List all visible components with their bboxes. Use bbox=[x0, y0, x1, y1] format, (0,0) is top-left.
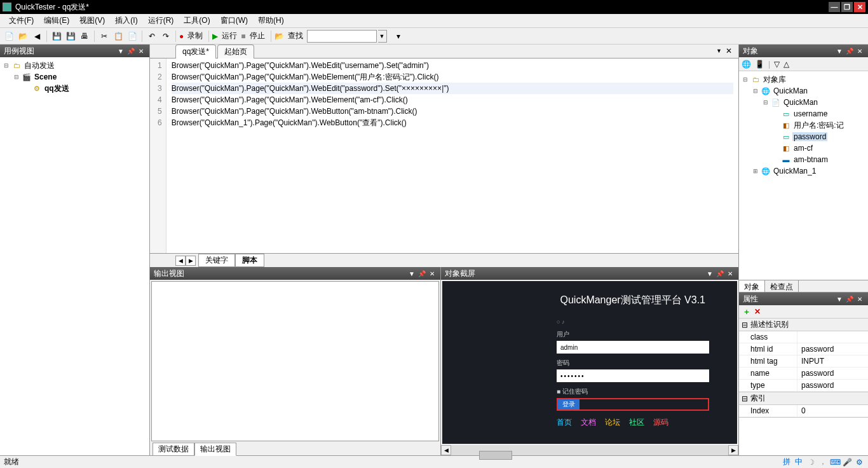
ime-lang-icon[interactable]: 中 bbox=[794, 457, 804, 467]
panel-dropdown-button[interactable]: ▼ bbox=[835, 46, 844, 55]
redo-button[interactable]: ↷ bbox=[159, 30, 172, 43]
sc-link-e[interactable]: 源码 bbox=[653, 417, 668, 428]
panel-close-button[interactable]: ✕ bbox=[137, 46, 146, 55]
sc-user-input[interactable] bbox=[557, 341, 709, 354]
obj-root[interactable]: ⊟🗀 对象库 bbox=[742, 74, 865, 85]
keyboard-icon[interactable]: ⌨ bbox=[830, 457, 840, 467]
panel-close-button[interactable]: ✕ bbox=[726, 269, 735, 278]
properties-grid[interactable]: ⊟描述性识别 class html idpassword html tagINP… bbox=[739, 318, 868, 417]
scroll-left-button[interactable]: ◀ bbox=[441, 445, 451, 455]
panel-close-button[interactable]: ✕ bbox=[428, 269, 437, 278]
prop-value[interactable]: password bbox=[797, 368, 868, 379]
menu-view[interactable]: 视图(V) bbox=[74, 14, 110, 27]
panel-pin-button[interactable]: 📌 bbox=[417, 269, 426, 278]
panel-dropdown-button[interactable]: ▼ bbox=[407, 269, 416, 278]
obj-password[interactable]: ▭ password bbox=[742, 131, 865, 142]
mic-icon[interactable]: 🎤 bbox=[842, 457, 852, 467]
panel-pin-button[interactable]: 📌 bbox=[845, 46, 854, 55]
save-all-button[interactable]: 💾 bbox=[64, 30, 77, 43]
menu-help[interactable]: 帮助(H) bbox=[253, 14, 289, 27]
obj-quickman[interactable]: ⊟🌐 QuickMan bbox=[742, 85, 865, 97]
prop-value[interactable]: password bbox=[797, 343, 868, 355]
tab-keyword[interactable]: 关键字 bbox=[198, 254, 235, 267]
run-button[interactable]: 运行 bbox=[219, 31, 240, 41]
maximize-button[interactable]: ❐ bbox=[841, 2, 853, 12]
panel-pin-button[interactable]: 📌 bbox=[845, 294, 854, 303]
tab-start[interactable]: 起始页 bbox=[217, 45, 254, 59]
new-button[interactable]: 📄 bbox=[3, 30, 15, 43]
panel-dropdown-button[interactable]: ▼ bbox=[116, 46, 125, 55]
panel-close-button[interactable]: ✕ bbox=[855, 46, 864, 55]
code-line[interactable]: Browser("QuickMan").Page("QuickMan").Web… bbox=[172, 106, 733, 117]
prop-value[interactable]: password bbox=[797, 380, 868, 391]
tree-toggle-icon[interactable]: ⊟ bbox=[3, 62, 10, 69]
sc-remember[interactable]: ■ 记住密码 bbox=[557, 387, 712, 396]
nav-prev-button[interactable]: ◀ bbox=[175, 256, 186, 266]
collapse-icon[interactable]: ⊟ bbox=[742, 320, 748, 329]
code-editor[interactable]: 123456 Browser("QuickMan").Page("QuickMa… bbox=[150, 59, 738, 253]
gear-icon[interactable]: ⚙ bbox=[854, 457, 864, 467]
back-button[interactable]: ◀ bbox=[31, 30, 43, 43]
open-button[interactable]: 📂 bbox=[17, 30, 29, 43]
menu-tools[interactable]: 工具(O) bbox=[179, 14, 215, 27]
sc-pwd-input[interactable] bbox=[557, 369, 709, 382]
panel-pin-button[interactable]: 📌 bbox=[126, 46, 135, 55]
tree-root[interactable]: ⊟ 🗀 自动发送 bbox=[3, 60, 147, 71]
nav-next-button[interactable]: ▶ bbox=[186, 256, 196, 266]
obj-userpwd[interactable]: ◧ 用户名:密码:记 bbox=[742, 120, 865, 131]
moon-icon[interactable]: ☽ bbox=[806, 457, 816, 467]
panel-dropdown-button[interactable]: ▼ bbox=[835, 294, 844, 303]
tab-script[interactable]: 脚本 bbox=[235, 254, 264, 267]
prop-value[interactable]: 0 bbox=[797, 405, 868, 416]
expand-icon[interactable]: ▽ bbox=[774, 60, 780, 69]
code-line[interactable]: Browser("QuickMan").Page("QuickMan").Web… bbox=[172, 83, 733, 94]
tab-testdata[interactable]: 测试数据 bbox=[153, 443, 194, 456]
record-button[interactable]: 录制 bbox=[185, 31, 205, 41]
tree-qq[interactable]: ⚙ qq发送 bbox=[3, 83, 147, 94]
add-property-button[interactable]: ＋ bbox=[743, 306, 750, 317]
paste-button[interactable]: 📄 bbox=[126, 30, 139, 43]
sc-link-c[interactable]: 论坛 bbox=[605, 417, 620, 428]
collapse-icon[interactable]: △ bbox=[783, 60, 789, 69]
tree-toggle-icon[interactable]: ⊟ bbox=[13, 74, 20, 80]
sc-login-button[interactable]: 登录 bbox=[558, 399, 580, 410]
output-body[interactable] bbox=[151, 281, 439, 441]
menu-file[interactable]: 文件(F) bbox=[4, 14, 39, 27]
stop-button[interactable]: 停止 bbox=[247, 31, 268, 41]
menu-window[interactable]: 窗口(W) bbox=[215, 14, 253, 27]
minimize-button[interactable]: — bbox=[829, 2, 840, 12]
screenshot-body[interactable]: QuickManger测试管理平台 V3.1 ○ ♪ 用户 密码 ■ 记住密码 … bbox=[442, 281, 737, 444]
tab-checkpoints[interactable]: 检查点 bbox=[765, 280, 799, 292]
comma-icon[interactable]: ， bbox=[818, 457, 828, 467]
obj-quickman1[interactable]: ⊞🌐 QuickMan_1 bbox=[742, 165, 865, 177]
save-button[interactable]: 💾 bbox=[50, 30, 63, 43]
tab-qq[interactable]: qq发送* bbox=[175, 45, 216, 59]
code-line[interactable]: Browser("QuickMan").Page("QuickMan").Web… bbox=[172, 60, 733, 71]
panel-pin-button[interactable]: 📌 bbox=[715, 269, 724, 278]
panel-close-button[interactable]: ✕ bbox=[855, 294, 864, 303]
menu-edit[interactable]: 编辑(E) bbox=[39, 14, 74, 27]
tab-objects[interactable]: 对象 bbox=[739, 280, 765, 292]
search-input[interactable] bbox=[307, 30, 377, 43]
tabs-close-icon[interactable]: ✕ bbox=[726, 46, 732, 55]
panel-dropdown-button[interactable]: ▼ bbox=[705, 269, 714, 278]
copy-button[interactable]: 📋 bbox=[112, 30, 125, 43]
sc-link-d[interactable]: 社区 bbox=[629, 417, 644, 428]
code-line[interactable]: Browser("QuickMan").Page("QuickMan").Web… bbox=[172, 71, 733, 83]
menu-run[interactable]: 运行(R) bbox=[143, 14, 179, 27]
obj-page[interactable]: ⊟📄 QuickMan bbox=[742, 97, 865, 108]
ime-icon[interactable]: 拼 bbox=[782, 457, 792, 467]
cut-button[interactable]: ✂ bbox=[98, 30, 111, 43]
obj-ambtn[interactable]: ▬ am-btnam bbox=[742, 154, 865, 165]
close-button[interactable]: ✕ bbox=[854, 2, 865, 12]
sc-link-b[interactable]: 文档 bbox=[581, 417, 596, 428]
scroll-thumb[interactable] bbox=[479, 451, 512, 460]
prop-value[interactable] bbox=[797, 331, 868, 343]
tab-output[interactable]: 输出视图 bbox=[194, 443, 236, 456]
screenshot-scrollbar[interactable]: ◀ ▶ bbox=[441, 445, 738, 455]
obj-amcf[interactable]: ◧ am-cf bbox=[742, 142, 865, 154]
tabs-dropdown-icon[interactable]: ▼ bbox=[716, 48, 722, 54]
scroll-right-button[interactable]: ▶ bbox=[728, 445, 738, 455]
obj-username[interactable]: ▭ username bbox=[742, 108, 865, 120]
code-line[interactable]: Browser("QuickMan").Page("QuickMan").Web… bbox=[172, 94, 733, 106]
